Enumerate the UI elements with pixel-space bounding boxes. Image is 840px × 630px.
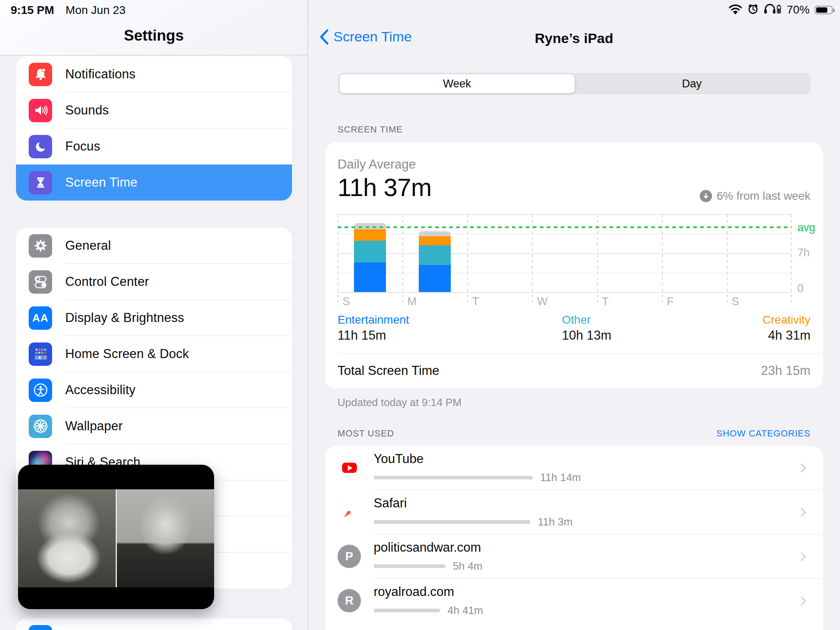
legend-entertainment[interactable]: Entertainment <box>338 313 409 326</box>
most-used-list: YouTube 11h 14m Safari 11h 3m P politics… <box>325 446 823 630</box>
status-bar: 9:15 PM Mon Jun 23 70% <box>0 0 840 18</box>
divider <box>338 354 823 354</box>
show-categories-button[interactable]: SHOW CATEGORIES <box>717 428 810 439</box>
pip-portrait-left <box>18 489 116 587</box>
pip-portrait-right <box>116 489 215 587</box>
accessibility-person-icon <box>29 379 52 402</box>
website-letter-icon: P <box>338 545 361 568</box>
wifi-icon <box>728 4 742 16</box>
app-name: politicsandwar.com <box>374 540 481 555</box>
sidebar-group-1: Notifications Sounds Focus Screen Time <box>16 56 292 201</box>
sidebar-item-wallpaper[interactable]: Wallpaper <box>16 408 292 444</box>
down-arrow-icon <box>700 190 712 202</box>
chevron-right-icon <box>797 508 806 517</box>
total-screen-time-value: 23h 15m <box>761 363 810 378</box>
usage-bar <box>374 609 440 612</box>
notifications-bell-icon <box>29 63 52 86</box>
list-item-youtube[interactable]: YouTube 11h 14m <box>325 446 823 490</box>
usage-time: 5h 4m <box>453 560 482 573</box>
app-name: Safari <box>374 496 407 511</box>
segment-day[interactable]: Day <box>575 74 810 93</box>
sidebar-item-label: Wallpaper <box>65 419 123 434</box>
sidebar-item-label: Display & Brightness <box>65 310 184 325</box>
page-title: Settings <box>0 27 308 44</box>
clock-date: Mon Jun 23 <box>66 4 126 17</box>
list-item-royalroad[interactable]: R royalroad.com 4h 41m <box>325 579 823 623</box>
alarm-icon <box>747 3 759 16</box>
sidebar-item-control-center[interactable]: Control Center <box>16 264 292 300</box>
sidebar-item-label: Focus <box>65 139 100 154</box>
zero-axis-label: 0 <box>797 282 803 295</box>
sidebar-item-display-brightness[interactable]: AA Display & Brightness <box>16 300 292 336</box>
partial-blue-icon <box>29 625 52 630</box>
usage-bar <box>374 520 530 524</box>
sidebar-item-label: Accessibility <box>65 383 135 397</box>
legend-creativity-value: 4h 31m <box>768 328 810 343</box>
list-item-politicsandwar[interactable]: P politicsandwar.com 5h 4m <box>325 534 823 579</box>
chart-bar-M[interactable] <box>419 231 451 292</box>
usage-time: 11h 3m <box>538 516 573 528</box>
flower-icon <box>29 415 52 438</box>
daily-average-value: 11h 37m <box>338 173 431 202</box>
average-line <box>338 226 792 228</box>
sidebar-item-label: General <box>65 238 111 253</box>
legend-creativity[interactable]: Creativity <box>762 313 810 326</box>
legend-entertainment-value: 11h 15m <box>338 328 386 343</box>
week-day-segmented-control: Week Day <box>338 73 810 94</box>
weekday-label: F <box>667 295 674 308</box>
usage-bar <box>374 476 533 479</box>
mid-axis-label: 7h <box>797 247 810 259</box>
sidebar-item-label: Control Center <box>65 274 149 289</box>
segment-week[interactable]: Week <box>340 74 575 93</box>
website-letter-icon: R <box>338 589 361 612</box>
sidebar-item-label: Home Screen & Dock <box>65 347 189 361</box>
headphones-battery-icon <box>764 3 782 16</box>
trend-indicator: 6% from last week <box>700 189 810 203</box>
pip-video-frame <box>18 489 214 587</box>
chevron-right-icon <box>797 552 806 562</box>
weekday-label: S <box>342 295 350 308</box>
updated-timestamp: Updated today at 9:14 PM <box>338 396 461 409</box>
weekday-label: T <box>602 295 609 308</box>
sidebar-item-focus[interactable]: Focus <box>16 128 292 164</box>
legend-other[interactable]: Other <box>562 313 591 326</box>
sidebar-item-notifications[interactable]: Notifications <box>16 56 292 92</box>
sidebar-item-label: Screen Time <box>65 175 137 190</box>
chevron-right-icon <box>797 463 806 473</box>
app-name: YouTube <box>374 452 424 466</box>
weekday-label: W <box>537 295 547 308</box>
weekday-axis-labels: SMTWTFS <box>338 295 792 308</box>
sidebar-item-general[interactable]: General <box>16 228 292 264</box>
sidebar-item-accessibility[interactable]: Accessibility <box>16 372 292 408</box>
weekday-label: S <box>732 295 739 308</box>
sidebar-item-screen-time[interactable]: Screen Time <box>16 164 292 201</box>
sidebar-item-label: Sounds <box>65 103 109 118</box>
sidebar-item-sounds[interactable]: Sounds <box>16 92 292 128</box>
device-title: Ryne’s iPad <box>308 30 840 46</box>
total-screen-time-label: Total Screen Time <box>338 363 439 378</box>
usage-bar <box>374 564 445 568</box>
daily-average-label: Daily Average <box>338 157 416 172</box>
most-used-label: MOST USED <box>338 428 394 439</box>
app-grid-icon <box>29 342 52 366</box>
text-size-icon: AA <box>29 306 52 330</box>
chart-bar-S[interactable] <box>354 223 386 292</box>
battery-percentage: 70% <box>787 3 810 16</box>
youtube-icon <box>338 456 361 479</box>
pip-video-window[interactable] <box>18 465 214 609</box>
screen-time-bar-chart <box>338 214 792 292</box>
hourglass-icon <box>29 171 52 194</box>
list-item-safari[interactable]: Safari 11h 3m <box>325 490 823 534</box>
sidebar-item-partial[interactable] <box>16 619 292 630</box>
screen-time-section-label: SCREEN TIME <box>338 124 403 135</box>
app-name: royalroad.com <box>374 584 454 599</box>
speaker-icon <box>29 99 52 122</box>
usage-time: 11h 14m <box>540 471 581 484</box>
battery-icon <box>815 6 833 14</box>
sidebar-item-home-screen-dock[interactable]: Home Screen & Dock <box>16 336 292 372</box>
gear-icon <box>29 234 52 258</box>
chevron-right-icon <box>797 596 806 606</box>
clock-time: 9:15 PM <box>11 4 54 17</box>
legend-other-value: 10h 13m <box>562 328 612 343</box>
avg-axis-label: avg <box>797 221 815 234</box>
